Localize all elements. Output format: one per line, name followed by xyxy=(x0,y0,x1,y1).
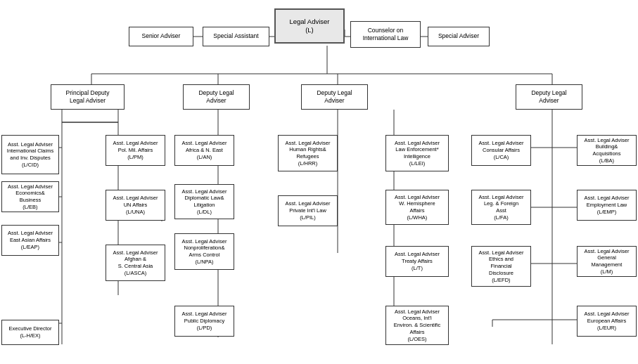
building-acq-box: Asst. Legal AdviserBuilding&Acquisitions… xyxy=(577,135,637,166)
org-chart: Senior Adviser Special Assistant Legal A… xyxy=(0,0,638,364)
africa-box: Asst. Legal AdviserAfrica & N. East(L/AN… xyxy=(174,135,234,166)
consular-box: Asst. Legal AdviserConsular Affairs(L/CA… xyxy=(471,135,531,166)
special-adviser-box: Special Adviser xyxy=(428,27,490,46)
deputy3-box: Deputy LegalAdviser xyxy=(516,84,582,110)
public-diplo-box: Asst. Legal AdviserPublic Diplomacy(L/PD… xyxy=(174,306,234,337)
special-assistant-box: Special Assistant xyxy=(203,27,269,46)
economics-box: Asst. Legal AdviserEconomics&Business(L/… xyxy=(1,181,59,212)
human-rights-box: Asst. Legal AdviserHuman Rights&Refugees… xyxy=(278,135,338,171)
pol-mil-box: Asst. Legal AdviserPol. Mil. Affairs(L/P… xyxy=(106,135,165,166)
gen-mgmt-box: Asst. Legal AdviserGeneralManagement(L/M… xyxy=(577,246,637,277)
diplo-law-box: Asst. Legal AdviserDiplomatic Law&Litiga… xyxy=(174,184,234,219)
law-enforcement-box: Asst. Legal AdviserLaw Enforcement*Intel… xyxy=(385,135,449,171)
european-affairs-box: Asst. Legal AdviserEuropean Affairs(L/EU… xyxy=(577,306,637,337)
counselor-box: Counselor onInternational Law xyxy=(350,21,421,48)
oceans-box: Asst. Legal AdviserOceans, Int'lEnviron.… xyxy=(385,306,449,345)
w-hemisphere-box: Asst. Legal AdviserW. HemisphereAffairs(… xyxy=(385,190,449,225)
treaty-affairs-box: Asst. Legal AdviserTreaty Affairs(L/T) xyxy=(385,246,449,277)
deputy1-box: Deputy LegalAdviser xyxy=(183,84,250,110)
leg-foreign-box: Asst. Legal AdviserLeg. & ForeignAsst(L/… xyxy=(471,190,531,225)
legal-adviser-box: Legal Adviser(L) xyxy=(274,8,345,44)
exec-director-box: Executive Director(L-H/EX) xyxy=(1,320,59,345)
deputy2-box: Deputy LegalAdviser xyxy=(301,84,368,110)
east-asian-box: Asst. Legal AdviserEast Asian Affairs(L/… xyxy=(1,225,59,256)
employment-law-box: Asst. Legal AdviserEmployment Law(L/EMP) xyxy=(577,190,637,221)
senior-adviser-box: Senior Adviser xyxy=(129,27,193,46)
nonprolif-box: Asst. Legal AdviserNonproliferation&Arms… xyxy=(174,233,234,270)
intl-claims-box: Asst. Legal AdviserInternational Claimsa… xyxy=(1,135,59,174)
principal-deputy-box: Principal DeputyLegal Adviser xyxy=(51,84,125,110)
ethics-box: Asst. Legal AdviserEthics andFinancialDi… xyxy=(471,246,531,287)
afghan-box: Asst. Legal AdviserAfghan &S. Central As… xyxy=(106,245,165,281)
private-intl-law-box: Asst. Legal AdviserPrivate Int'l Law(L/P… xyxy=(278,195,338,226)
un-affairs-box: Asst. Legal AdviserUN Affairs(L/UNA) xyxy=(106,190,165,221)
